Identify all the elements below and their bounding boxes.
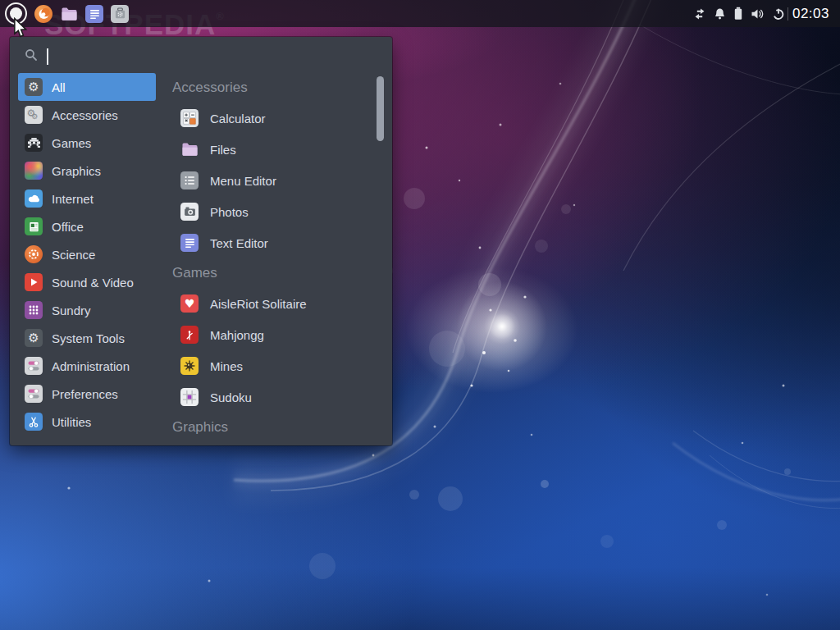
- category-list: ⚙All⚙⚙AccessoriesGamesGraphicsInternetOf…: [18, 73, 156, 436]
- menu-list-icon: [180, 171, 199, 189]
- rainbow-icon: [25, 162, 43, 180]
- section-header-graphics: Graphics: [162, 413, 377, 442]
- app-item-text-editor[interactable]: Text Editor: [162, 227, 377, 258]
- app-label: Photos: [210, 205, 249, 219]
- app-label: Calculator: [210, 112, 266, 126]
- category-label: System Tools: [52, 331, 125, 345]
- cloud-icon: [25, 189, 43, 208]
- app-item-files[interactable]: Files: [162, 134, 377, 165]
- app-label: Sudoku: [210, 390, 252, 404]
- category-label: Sound & Video: [52, 276, 134, 290]
- category-item-accessories[interactable]: ⚙⚙Accessories: [18, 101, 156, 129]
- tray-separator: [788, 7, 788, 21]
- toolbox-icon: [111, 5, 129, 23]
- document-icon: [25, 217, 43, 235]
- sliders-icon: [25, 357, 43, 375]
- app-item-aisleriot-solitaire[interactable]: ♥AisleRiot Solitaire: [162, 288, 377, 319]
- app-item-mines[interactable]: Mines: [162, 350, 377, 381]
- app-item-mahjongg[interactable]: Mahjongg: [162, 319, 377, 350]
- double-gear-icon: ⚙⚙: [25, 106, 43, 124]
- quick-launchers: [34, 5, 129, 23]
- atom-icon: [25, 245, 43, 263]
- notifications-tray-icon[interactable]: [714, 7, 726, 21]
- category-item-all[interactable]: ⚙All: [18, 73, 156, 101]
- section-header-accessories: Accessories: [162, 73, 377, 103]
- play-icon: [25, 273, 43, 291]
- app-label: Mines: [210, 359, 243, 373]
- gear-icon: ⚙: [25, 78, 43, 96]
- file-manager-launcher[interactable]: [60, 5, 78, 23]
- power-tray-icon[interactable]: [772, 7, 785, 21]
- category-item-sundry[interactable]: Sundry: [18, 296, 156, 324]
- app-menu: ⚙All⚙⚙AccessoriesGamesGraphicsInternetOf…: [10, 37, 392, 445]
- calculator-icon: [180, 109, 199, 127]
- category-item-sound-video[interactable]: Sound & Video: [18, 268, 156, 296]
- text-lines-icon: [180, 234, 199, 252]
- app-item-menu-editor[interactable]: Menu Editor: [162, 165, 377, 196]
- category-label: Office: [52, 220, 84, 234]
- category-item-office[interactable]: Office: [18, 212, 156, 240]
- app-label: Menu Editor: [210, 174, 276, 188]
- category-label: Graphics: [52, 164, 101, 178]
- app-label: Files: [210, 143, 236, 157]
- app-list-scrollbar[interactable]: [377, 76, 384, 141]
- category-label: Administration: [52, 359, 130, 373]
- firefox-icon: [34, 5, 52, 23]
- category-label: Science: [52, 248, 95, 262]
- network-tray-icon[interactable]: [693, 7, 706, 21]
- app-label: Mahjongg: [210, 328, 264, 342]
- volume-tray-icon[interactable]: [751, 7, 765, 21]
- app-list: AccessoriesCalculatorFilesMenu EditorPho…: [162, 73, 377, 442]
- scissors-icon: [25, 413, 43, 431]
- camera-icon: [180, 203, 199, 221]
- category-item-administration[interactable]: Administration: [18, 352, 156, 380]
- top-panel: 02:03: [0, 0, 840, 27]
- battery-tray-icon[interactable]: [733, 7, 743, 21]
- section-header-games: Games: [162, 258, 377, 288]
- category-item-graphics[interactable]: Graphics: [18, 157, 156, 185]
- search-icon: [25, 48, 38, 65]
- category-label: All: [52, 80, 66, 94]
- app-label: Text Editor: [210, 236, 268, 250]
- text-lines-icon: [85, 5, 103, 23]
- app-item-calculator[interactable]: Calculator: [162, 103, 377, 134]
- category-item-preferences[interactable]: Preferences: [18, 380, 156, 408]
- desktop-screen: SOFTPEDIA® 02:03 ⚙All⚙⚙AccessoriesGamesG…: [0, 0, 840, 630]
- folder-icon: [180, 140, 199, 158]
- sliders-icon: [25, 385, 43, 403]
- sudoku-icon: [180, 388, 199, 406]
- app-item-sudoku[interactable]: Sudoku: [162, 381, 377, 413]
- app-label: AisleRiot Solitaire: [210, 297, 307, 311]
- mahjong-icon: [180, 326, 199, 344]
- panel-clock[interactable]: 02:03: [792, 6, 829, 22]
- text-editor-launcher[interactable]: [85, 5, 103, 23]
- dots-grid-icon: [25, 301, 43, 319]
- software-launcher[interactable]: [111, 5, 129, 23]
- folder-icon: [60, 5, 78, 23]
- category-label: Sundry: [52, 304, 91, 317]
- category-label: Utilities: [52, 415, 91, 429]
- category-label: Games: [52, 136, 91, 150]
- category-item-science[interactable]: Science: [18, 240, 156, 268]
- category-label: Internet: [52, 192, 94, 206]
- gear-icon: ⚙: [25, 329, 43, 347]
- invader-icon: [25, 134, 43, 152]
- category-item-system-tools[interactable]: ⚙System Tools: [18, 324, 156, 352]
- mine-icon: [180, 357, 199, 375]
- category-item-internet[interactable]: Internet: [18, 185, 156, 212]
- heart-icon: ♥: [180, 294, 199, 313]
- text-caret: [47, 48, 48, 65]
- category-label: Preferences: [52, 387, 118, 401]
- mouse-cursor: [13, 17, 29, 42]
- app-item-photos[interactable]: Photos: [162, 196, 377, 227]
- category-label: Accessories: [52, 108, 118, 122]
- search-input[interactable]: [25, 47, 48, 66]
- browser-launcher[interactable]: [34, 5, 52, 23]
- category-item-games[interactable]: Games: [18, 129, 156, 157]
- category-item-utilities[interactable]: Utilities: [18, 408, 156, 436]
- system-tray: [693, 7, 785, 21]
